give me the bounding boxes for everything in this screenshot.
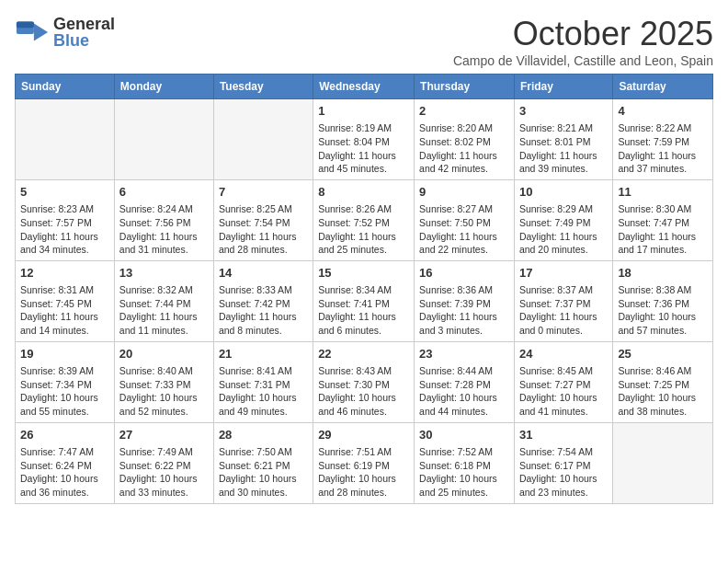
day-number: 27 xyxy=(119,427,209,443)
calendar-cell: 31Sunrise: 7:54 AMSunset: 6:17 PMDayligh… xyxy=(514,422,612,503)
calendar-cell: 2Sunrise: 8:20 AMSunset: 8:02 PMDaylight… xyxy=(415,99,515,180)
calendar-cell: 24Sunrise: 8:45 AMSunset: 7:27 PMDayligh… xyxy=(514,341,612,422)
calendar-cell xyxy=(213,99,313,180)
calendar-cell xyxy=(16,99,115,180)
day-info: Sunrise: 8:40 AMSunset: 7:33 PMDaylight:… xyxy=(119,364,209,419)
logo-general: General xyxy=(53,16,115,32)
day-info: Sunrise: 7:54 AMSunset: 6:17 PMDaylight:… xyxy=(519,445,608,500)
day-header-wednesday: Wednesday xyxy=(313,75,415,99)
calendar-cell: 28Sunrise: 7:50 AMSunset: 6:21 PMDayligh… xyxy=(213,422,313,503)
title-block: October 2025 Campo de Villavidel, Castil… xyxy=(453,15,713,68)
day-info: Sunrise: 8:24 AMSunset: 7:56 PMDaylight:… xyxy=(119,202,209,257)
day-header-friday: Friday xyxy=(514,75,612,99)
calendar-cell: 4Sunrise: 8:22 AMSunset: 7:59 PMDaylight… xyxy=(613,99,713,180)
day-info: Sunrise: 8:41 AMSunset: 7:31 PMDaylight:… xyxy=(219,364,308,419)
logo-icon xyxy=(15,15,50,50)
day-info: Sunrise: 8:19 AMSunset: 8:04 PMDaylight:… xyxy=(318,121,409,176)
week-row-3: 12Sunrise: 8:31 AMSunset: 7:45 PMDayligh… xyxy=(16,260,713,341)
day-info: Sunrise: 8:38 AMSunset: 7:36 PMDaylight:… xyxy=(618,283,708,338)
day-info: Sunrise: 8:21 AMSunset: 8:01 PMDaylight:… xyxy=(519,121,608,176)
day-number: 2 xyxy=(419,103,509,120)
week-row-1: 1Sunrise: 8:19 AMSunset: 8:04 PMDaylight… xyxy=(16,99,713,180)
logo-blue: Blue xyxy=(53,32,115,49)
calendar-cell: 18Sunrise: 8:38 AMSunset: 7:36 PMDayligh… xyxy=(613,260,713,341)
day-info: Sunrise: 7:50 AMSunset: 6:21 PMDaylight:… xyxy=(219,445,308,500)
day-number: 16 xyxy=(419,265,509,282)
day-info: Sunrise: 8:46 AMSunset: 7:25 PMDaylight:… xyxy=(618,364,708,419)
day-number: 7 xyxy=(219,184,308,201)
day-info: Sunrise: 8:32 AMSunset: 7:44 PMDaylight:… xyxy=(119,283,209,338)
day-number: 21 xyxy=(219,346,308,362)
day-number: 15 xyxy=(318,265,409,282)
day-number: 22 xyxy=(318,346,409,362)
day-info: Sunrise: 8:33 AMSunset: 7:42 PMDaylight:… xyxy=(219,283,308,338)
logo-text: General Blue xyxy=(53,16,115,49)
calendar-cell: 13Sunrise: 8:32 AMSunset: 7:44 PMDayligh… xyxy=(114,260,213,341)
day-number: 10 xyxy=(519,184,608,201)
day-number: 8 xyxy=(318,184,409,201)
day-info: Sunrise: 8:25 AMSunset: 7:54 PMDaylight:… xyxy=(219,202,308,257)
day-number: 12 xyxy=(20,265,109,282)
day-info: Sunrise: 8:31 AMSunset: 7:45 PMDaylight:… xyxy=(20,283,109,338)
day-info: Sunrise: 8:26 AMSunset: 7:52 PMDaylight:… xyxy=(318,202,409,257)
calendar-cell: 12Sunrise: 8:31 AMSunset: 7:45 PMDayligh… xyxy=(16,260,115,341)
day-info: Sunrise: 8:43 AMSunset: 7:30 PMDaylight:… xyxy=(318,364,409,419)
calendar-cell: 3Sunrise: 8:21 AMSunset: 8:01 PMDaylight… xyxy=(514,99,612,180)
calendar-cell: 14Sunrise: 8:33 AMSunset: 7:42 PMDayligh… xyxy=(213,260,313,341)
calendar-cell: 27Sunrise: 7:49 AMSunset: 6:22 PMDayligh… xyxy=(114,422,213,503)
week-row-5: 26Sunrise: 7:47 AMSunset: 6:24 PMDayligh… xyxy=(16,422,713,503)
day-info: Sunrise: 8:45 AMSunset: 7:27 PMDaylight:… xyxy=(519,364,608,419)
location-subtitle: Campo de Villavidel, Castille and Leon, … xyxy=(453,53,713,68)
day-number: 17 xyxy=(519,265,608,282)
days-header-row: SundayMondayTuesdayWednesdayThursdayFrid… xyxy=(16,75,713,99)
day-number: 26 xyxy=(20,427,109,443)
day-info: Sunrise: 8:22 AMSunset: 7:59 PMDaylight:… xyxy=(618,121,708,176)
month-title: October 2025 xyxy=(453,15,713,53)
day-header-saturday: Saturday xyxy=(613,75,713,99)
day-info: Sunrise: 8:30 AMSunset: 7:47 PMDaylight:… xyxy=(618,202,708,257)
logo: General Blue xyxy=(15,15,115,50)
calendar-cell: 16Sunrise: 8:36 AMSunset: 7:39 PMDayligh… xyxy=(415,260,515,341)
day-number: 28 xyxy=(219,427,308,443)
day-info: Sunrise: 8:20 AMSunset: 8:02 PMDaylight:… xyxy=(419,121,509,176)
day-info: Sunrise: 8:27 AMSunset: 7:50 PMDaylight:… xyxy=(419,202,509,257)
calendar-cell: 8Sunrise: 8:26 AMSunset: 7:52 PMDaylight… xyxy=(313,179,415,260)
calendar-cell: 11Sunrise: 8:30 AMSunset: 7:47 PMDayligh… xyxy=(613,179,713,260)
day-info: Sunrise: 8:34 AMSunset: 7:41 PMDaylight:… xyxy=(318,283,409,338)
calendar-cell: 15Sunrise: 8:34 AMSunset: 7:41 PMDayligh… xyxy=(313,260,415,341)
day-number: 18 xyxy=(618,265,708,282)
svg-rect-1 xyxy=(17,22,34,29)
calendar-cell: 17Sunrise: 8:37 AMSunset: 7:37 PMDayligh… xyxy=(514,260,612,341)
day-header-sunday: Sunday xyxy=(16,75,115,99)
day-info: Sunrise: 7:47 AMSunset: 6:24 PMDaylight:… xyxy=(20,445,109,500)
day-number: 23 xyxy=(419,346,509,362)
day-number: 25 xyxy=(618,346,708,362)
calendar-cell: 9Sunrise: 8:27 AMSunset: 7:50 PMDaylight… xyxy=(415,179,515,260)
calendar-cell xyxy=(114,99,213,180)
day-header-thursday: Thursday xyxy=(415,75,515,99)
day-header-tuesday: Tuesday xyxy=(213,75,313,99)
day-info: Sunrise: 7:51 AMSunset: 6:19 PMDaylight:… xyxy=(318,445,409,500)
day-info: Sunrise: 8:29 AMSunset: 7:49 PMDaylight:… xyxy=(519,202,608,257)
day-number: 11 xyxy=(618,184,708,201)
calendar-cell: 10Sunrise: 8:29 AMSunset: 7:49 PMDayligh… xyxy=(514,179,612,260)
calendar-cell: 25Sunrise: 8:46 AMSunset: 7:25 PMDayligh… xyxy=(613,341,713,422)
day-info: Sunrise: 8:36 AMSunset: 7:39 PMDaylight:… xyxy=(419,283,509,338)
calendar-cell: 29Sunrise: 7:51 AMSunset: 6:19 PMDayligh… xyxy=(313,422,415,503)
day-number: 3 xyxy=(519,103,608,120)
day-info: Sunrise: 7:52 AMSunset: 6:18 PMDaylight:… xyxy=(419,445,509,500)
week-row-4: 19Sunrise: 8:39 AMSunset: 7:34 PMDayligh… xyxy=(16,341,713,422)
day-number: 14 xyxy=(219,265,308,282)
calendar-cell: 22Sunrise: 8:43 AMSunset: 7:30 PMDayligh… xyxy=(313,341,415,422)
day-number: 19 xyxy=(20,346,109,362)
day-number: 9 xyxy=(419,184,509,201)
calendar-cell xyxy=(613,422,713,503)
calendar-cell: 6Sunrise: 8:24 AMSunset: 7:56 PMDaylight… xyxy=(114,179,213,260)
day-info: Sunrise: 8:23 AMSunset: 7:57 PMDaylight:… xyxy=(20,202,109,257)
week-row-2: 5Sunrise: 8:23 AMSunset: 7:57 PMDaylight… xyxy=(16,179,713,260)
day-number: 24 xyxy=(519,346,608,362)
day-info: Sunrise: 8:39 AMSunset: 7:34 PMDaylight:… xyxy=(20,364,109,419)
day-info: Sunrise: 8:37 AMSunset: 7:37 PMDaylight:… xyxy=(519,283,608,338)
day-info: Sunrise: 7:49 AMSunset: 6:22 PMDaylight:… xyxy=(119,445,209,500)
calendar-cell: 26Sunrise: 7:47 AMSunset: 6:24 PMDayligh… xyxy=(16,422,115,503)
